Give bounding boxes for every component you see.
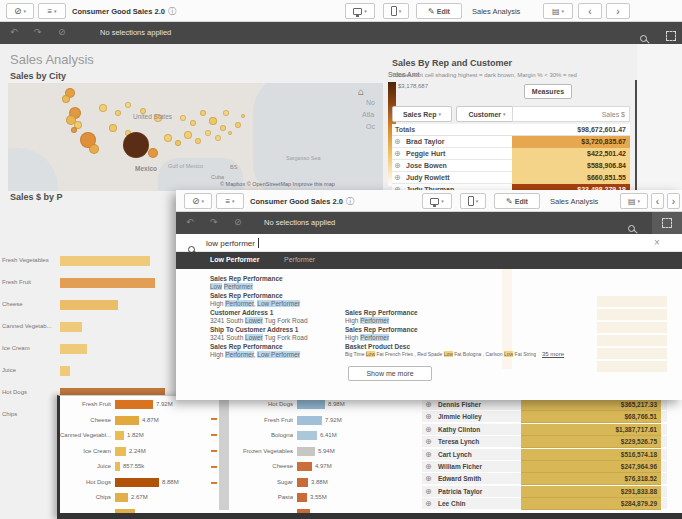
app-nav-button[interactable]: ⊘▾ [184, 193, 212, 209]
table-row[interactable]: ⊕Teresa Lynch$229,526.75 [422, 436, 667, 448]
city-sales-bubble[interactable] [209, 117, 217, 125]
city-sales-bubble[interactable] [71, 127, 77, 133]
city-sales-bubble[interactable] [62, 95, 70, 103]
edit-button[interactable]: ✎ Edit [494, 193, 540, 209]
measures-button[interactable]: Measures [524, 84, 572, 99]
show-more-button[interactable]: Show me more [348, 366, 432, 381]
sheet-list-button[interactable]: ≡▾ [38, 3, 66, 19]
step-back-icon[interactable]: ↶ [10, 27, 18, 37]
expand-icon[interactable]: ⊕ [394, 161, 404, 171]
city-sales-bubble[interactable] [241, 114, 245, 118]
search-result-item[interactable]: Ship To Customer Address 13241 South Low… [210, 326, 308, 342]
sales-column-header[interactable]: Sales $ [512, 106, 630, 122]
search-bar[interactable]: low performer × [176, 234, 682, 252]
bar[interactable] [115, 447, 126, 456]
city-sales-bubble[interactable] [220, 125, 226, 131]
home-icon[interactable]: ⌂ [358, 86, 364, 97]
map-attribution[interactable]: © Mapbox © OpenStreetMap Improve this ma… [220, 181, 335, 187]
previous-sheet-button[interactable]: ‹ [578, 3, 602, 19]
city-sales-bubble[interactable] [123, 132, 149, 158]
scrollbar[interactable] [219, 400, 229, 510]
city-sales-bubble[interactable] [184, 131, 192, 139]
bar[interactable] [115, 493, 128, 502]
table-row[interactable]: ⊕Brad Taylor$3,720,835.67 [392, 136, 630, 148]
expand-icon[interactable]: ⊕ [425, 487, 435, 497]
search-result-item[interactable]: Customer Address 13241 South Lower Tug F… [210, 309, 308, 325]
city-sales-bubble[interactable] [195, 138, 201, 144]
product-bar[interactable] [60, 344, 87, 354]
bar[interactable] [297, 416, 322, 425]
table-row[interactable]: ⊕William Ficher$247,964.96 [422, 461, 667, 473]
next-sheet-button[interactable]: › [667, 193, 680, 209]
previous-sheet-button[interactable]: ‹ [651, 193, 664, 209]
app-nav-button[interactable]: ⊘▾ [6, 3, 34, 19]
display-mode-button[interactable]: ▾ [345, 3, 375, 19]
city-sales-bubble[interactable] [235, 122, 241, 128]
expand-icon[interactable]: ⊕ [425, 412, 435, 422]
close-search-icon[interactable]: × [654, 237, 660, 248]
bar[interactable] [115, 400, 153, 409]
city-sales-bubble[interactable] [200, 110, 206, 116]
expand-icon[interactable]: ⊕ [394, 173, 404, 183]
selection-tool-icon[interactable] [666, 27, 676, 45]
expand-icon[interactable]: ⊕ [425, 474, 435, 484]
tab-low-performer[interactable]: Low Performer [210, 256, 259, 263]
info-icon[interactable]: ⓘ [168, 6, 176, 17]
table-row[interactable]: ⊕Lee Chin$284,879.29 [422, 498, 667, 510]
table-row[interactable]: ⊕Kathy Clinton$1,387,717.61 [422, 424, 667, 436]
clear-selections-icon[interactable]: ⊘ [58, 27, 66, 37]
city-sales-bubble[interactable] [180, 115, 186, 121]
bar[interactable] [297, 478, 308, 487]
expand-icon[interactable]: ⊕ [425, 437, 435, 447]
next-sheet-button[interactable]: › [606, 3, 630, 19]
city-sales-bubble[interactable] [215, 135, 221, 141]
expand-icon[interactable]: ⊕ [425, 462, 435, 472]
sales-by-city-map[interactable]: United States Mexico Gulf of Mexico Sarg… [8, 83, 383, 191]
product-bar[interactable] [60, 256, 150, 266]
table-row[interactable]: ⊕Peggie Hurt$422,501.42 [392, 148, 630, 160]
expand-icon[interactable]: ⊕ [425, 425, 435, 435]
more-results-link[interactable]: 35 more [542, 351, 564, 357]
bar[interactable] [115, 431, 124, 440]
step-back-icon[interactable]: ↶ [186, 217, 194, 227]
bar[interactable] [297, 400, 325, 409]
step-forward-icon[interactable]: ↷ [210, 217, 218, 227]
bar[interactable] [115, 462, 120, 471]
current-sheet-label[interactable]: Sales Analysis [472, 7, 520, 16]
clear-selections-icon[interactable]: ⊘ [234, 217, 242, 227]
table-row[interactable]: ⊕Patricia Taylor$291,833.88 [422, 486, 667, 498]
bar[interactable] [297, 447, 315, 456]
city-sales-bubble[interactable] [148, 148, 158, 158]
device-mode-button[interactable]: ▾ [383, 3, 409, 19]
search-result-item[interactable]: Sales Rep PerformanceHigh Performer, Low… [210, 343, 300, 359]
search-result-item[interactable]: Sales Rep PerformanceHigh Performer, Low… [210, 292, 300, 308]
display-mode-button[interactable]: ▾ [422, 193, 452, 209]
city-sales-bubble[interactable] [228, 131, 232, 135]
tab-performer[interactable]: Performer [284, 256, 315, 263]
selection-tool-button[interactable] [652, 212, 682, 234]
table-row[interactable]: ⊕Jose Bowen$588,906.84 [392, 160, 630, 172]
table-row[interactable]: ⊕Cart Lynch$516,574.18 [422, 449, 667, 461]
search-result-item[interactable]: Sales Rep PerformanceLow Performer [210, 275, 283, 291]
city-sales-bubble[interactable] [175, 140, 181, 146]
bar[interactable] [297, 431, 317, 440]
dimension-button-customer[interactable]: Customer▾ [456, 106, 518, 122]
table-row[interactable]: ⊕Judy Rowlett$660,851.55 [392, 172, 630, 184]
search-result-item[interactable]: Basket Product DescBig Time Low Fat Fren… [345, 343, 564, 359]
expand-icon[interactable]: ⊕ [394, 149, 404, 159]
expand-icon[interactable]: ⊕ [394, 137, 404, 147]
search-icon[interactable] [640, 28, 647, 46]
bar[interactable] [115, 478, 159, 487]
table-row[interactable]: ⊕Dennis Fisher$365,217.33 [422, 399, 667, 411]
city-sales-bubble[interactable] [115, 110, 121, 116]
search-result-item[interactable]: Sales Rep PerformanceHigh Performer [345, 309, 418, 325]
product-bar[interactable] [60, 300, 118, 310]
bar[interactable] [115, 416, 139, 425]
sheet-navigation-button[interactable]: ▤▾ [620, 193, 648, 209]
expand-icon[interactable]: ⊕ [425, 450, 435, 460]
dimension-button-sales-rep[interactable]: Sales Rep▾ [392, 106, 452, 122]
device-mode-button[interactable]: ▾ [460, 193, 486, 209]
step-forward-icon[interactable]: ↷ [34, 27, 42, 37]
edit-button[interactable]: ✎ Edit [416, 3, 462, 19]
table-row[interactable]: ⊕Jimmie Holley$68,766.51 [422, 411, 667, 423]
